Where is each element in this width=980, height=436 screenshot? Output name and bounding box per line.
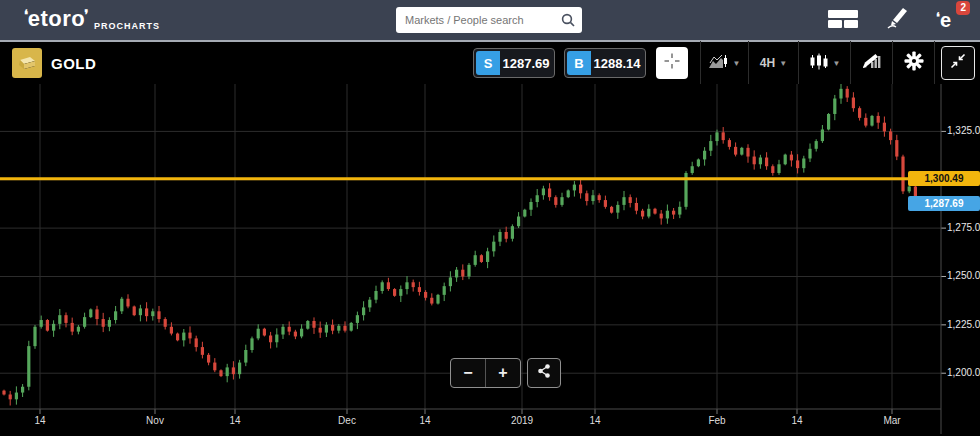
zoom-out-button[interactable]: − xyxy=(451,359,486,387)
timeframe-label: 4H xyxy=(760,56,775,70)
indicators-icon xyxy=(862,53,881,73)
notification-badge: 2 xyxy=(956,1,970,15)
chevron-down-icon: ▼ xyxy=(833,59,841,68)
symbol-title: GOLD xyxy=(51,55,96,72)
share-icon xyxy=(536,363,552,383)
share-button[interactable] xyxy=(527,358,561,388)
x-axis-label: Nov xyxy=(146,415,164,426)
y-axis-label: 1,200.00 xyxy=(947,367,980,378)
y-axis-label: 1,275.00 xyxy=(947,222,980,233)
sell-button[interactable]: S 1287.69 xyxy=(473,48,555,78)
settings-button[interactable] xyxy=(892,41,934,85)
x-axis-label: 14 xyxy=(229,415,240,426)
y-axis-label: 1,250.00 xyxy=(947,270,980,281)
y-axis-label: 1,325.00 xyxy=(947,125,980,136)
chart-type-icon xyxy=(709,54,729,73)
search-box[interactable] xyxy=(396,7,582,33)
hline-price-badge: 1,300.49 xyxy=(908,171,980,186)
x-axis-label: Dec xyxy=(338,415,356,426)
candlestick-icon xyxy=(809,53,829,74)
notifications-etoro-icon[interactable]: ❛e 2 xyxy=(936,9,966,32)
sell-price: 1287.69 xyxy=(500,56,552,71)
buy-button[interactable]: B 1288.14 xyxy=(564,48,646,78)
gear-icon xyxy=(904,51,924,75)
x-axis-label: 14 xyxy=(589,415,600,426)
top-bar: ❛etoro❜ PROCHARTS ❛e 2 xyxy=(0,0,980,40)
zoom-in-button[interactable]: + xyxy=(486,359,520,387)
timeframe-button[interactable]: 4H ▼ xyxy=(748,41,798,85)
etoro-logo: ❛etoro❜ PROCHARTS xyxy=(24,9,160,32)
x-axis-label: 2019 xyxy=(511,415,533,426)
chart-header: GOLD S 1287.69 B 1288.14 xyxy=(0,40,980,84)
collapse-icon xyxy=(950,53,966,73)
x-axis-label: 14 xyxy=(419,415,430,426)
buy-side-label: B xyxy=(567,51,591,75)
candle-style-button[interactable]: ▼ xyxy=(798,41,850,85)
x-axis-label: Feb xyxy=(708,415,725,426)
draw-pencil-icon[interactable] xyxy=(884,5,910,35)
sell-side-label: S xyxy=(476,51,500,75)
buy-price: 1288.14 xyxy=(591,56,643,71)
y-axis-label: 1,225.00 xyxy=(947,319,980,330)
logo-horn-left: ❛ xyxy=(24,7,29,22)
zoom-controls: − + xyxy=(450,358,521,388)
procharts-label: PROCHARTS xyxy=(94,21,160,31)
price-chart[interactable]: 14Nov14Dec14201914Feb14Mar1,325.001,300.… xyxy=(0,84,980,434)
chevron-down-icon: ▼ xyxy=(779,59,787,68)
search-input[interactable] xyxy=(396,14,561,26)
chart-toolbar: ▼ 4H ▼ ▼ xyxy=(700,41,980,85)
x-axis-label: 14 xyxy=(791,415,802,426)
last-price-badge: 1,287.69 xyxy=(908,196,980,211)
x-axis-label: Mar xyxy=(883,415,900,426)
collapse-chart-button[interactable] xyxy=(941,46,975,80)
logo-horn-right: ❜ xyxy=(84,7,89,22)
brand-text: etoro xyxy=(28,6,86,31)
x-axis-label: 14 xyxy=(34,415,45,426)
search-icon xyxy=(561,13,575,27)
chart-type-button[interactable]: ▼ xyxy=(700,41,748,85)
indicators-button[interactable] xyxy=(850,41,892,85)
gold-ingot-icon xyxy=(12,48,42,78)
layout-grid-icon[interactable] xyxy=(828,10,858,30)
chevron-down-icon: ▼ xyxy=(733,59,741,68)
crosshair-icon xyxy=(663,52,681,74)
crosshair-button[interactable] xyxy=(656,47,688,79)
